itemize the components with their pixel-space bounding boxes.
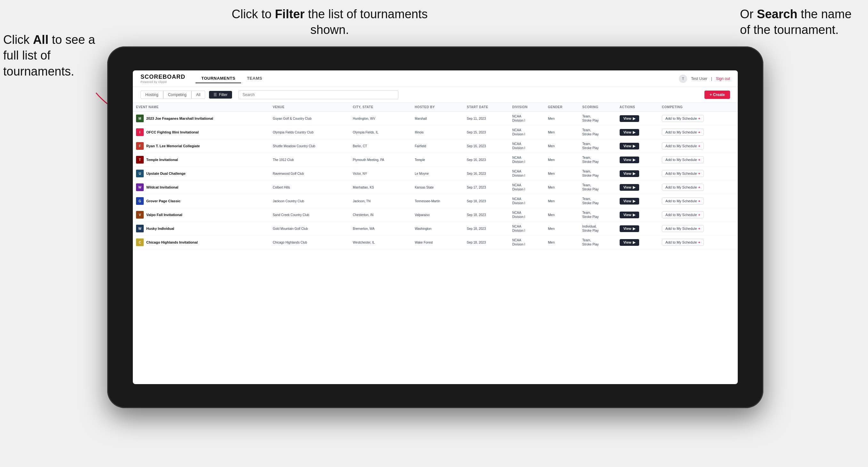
annotation-filter-label: Click to Filter the list of tournaments … xyxy=(218,6,442,38)
td-competing-8: Add to My Schedule + xyxy=(659,208,738,222)
logo-area: SCOREBOARD Powered by clippd xyxy=(141,73,185,84)
plus-icon-1: + xyxy=(699,117,700,120)
td-city-10: Westchester, IL xyxy=(349,236,411,249)
td-competing-4: Add to My Schedule + xyxy=(659,153,738,167)
td-hosted-1: Marshall xyxy=(412,112,464,125)
nav-tab-tournaments[interactable]: TOURNAMENTS xyxy=(195,74,241,83)
add-schedule-button-2[interactable]: Add to My Schedule + xyxy=(662,129,704,136)
td-division-3: NCAADivision I xyxy=(509,139,545,153)
table-body: M 2023 Joe Feaganes Marshall Invitationa… xyxy=(133,112,738,249)
td-venue-8: Sand Creek Country Club xyxy=(270,208,349,222)
col-event-name: EVENT NAME xyxy=(133,103,270,112)
td-hosted-4: Temple xyxy=(412,153,464,167)
td-venue-1: Guyan Golf & Country Club xyxy=(270,112,349,125)
td-division-7: NCAADivision I xyxy=(509,194,545,208)
col-start-date: START DATE xyxy=(463,103,509,112)
td-competing-9: Add to My Schedule + xyxy=(659,222,738,236)
view-button-2[interactable]: View ▶ xyxy=(620,129,639,136)
view-button-3[interactable]: View ▶ xyxy=(620,143,639,150)
col-actions: ACTIONS xyxy=(616,103,659,112)
td-date-7: Sep 18, 2023 xyxy=(463,194,509,208)
td-event-name: F Ryan T. Lee Memorial Collegiate xyxy=(133,139,270,153)
td-city-2: Olympia Fields, IL xyxy=(349,125,411,139)
add-schedule-button-3[interactable]: Add to My Schedule + xyxy=(662,143,704,150)
td-division-1: NCAADivision I xyxy=(509,112,545,125)
nav-tab-teams[interactable]: TEAMS xyxy=(241,74,268,83)
event-name-6: Wildcat Invitational xyxy=(146,185,178,189)
view-eye-icon-10: ▶ xyxy=(633,240,635,245)
view-button-6[interactable]: View ▶ xyxy=(620,184,639,191)
add-schedule-button-7[interactable]: Add to My Schedule + xyxy=(662,197,704,205)
td-hosted-7: Tennessee-Martin xyxy=(412,194,464,208)
team-logo-9: W xyxy=(136,225,144,232)
td-hosted-2: Illinois xyxy=(412,125,464,139)
col-scoring: SCORING xyxy=(579,103,616,112)
add-schedule-button-9[interactable]: Add to My Schedule + xyxy=(662,225,704,232)
view-button-5[interactable]: View ▶ xyxy=(620,170,639,177)
col-venue: VENUE xyxy=(270,103,349,112)
add-schedule-button-6[interactable]: Add to My Schedule + xyxy=(662,184,704,191)
search-box xyxy=(239,90,399,99)
add-schedule-button-10[interactable]: Add to My Schedule + xyxy=(662,239,704,246)
td-city-6: Manhattan, KS xyxy=(349,181,411,194)
view-button-7[interactable]: View ▶ xyxy=(620,198,639,205)
col-division: DIVISION xyxy=(509,103,545,112)
td-gender-8: Men xyxy=(545,208,579,222)
plus-icon-8: + xyxy=(699,213,700,217)
add-schedule-button-4[interactable]: Add to My Schedule + xyxy=(662,156,704,163)
table-row: F Ryan T. Lee Memorial Collegiate Shuttl… xyxy=(133,139,738,153)
td-scoring-5: Team,Stroke Play xyxy=(579,167,616,181)
td-scoring-2: Team,Stroke Play xyxy=(579,125,616,139)
view-button-8[interactable]: View ▶ xyxy=(620,212,639,218)
table-row: T Temple Invitational The 1912 Club Plym… xyxy=(133,153,738,167)
td-scoring-1: Team,Stroke Play xyxy=(579,112,616,125)
view-button-4[interactable]: View ▶ xyxy=(620,157,639,163)
td-division-8: NCAADivision I xyxy=(509,208,545,222)
td-venue-2: Olympia Fields Country Club xyxy=(270,125,349,139)
team-logo-3: F xyxy=(136,142,144,150)
td-venue-4: The 1912 Club xyxy=(270,153,349,167)
tab-all[interactable]: All xyxy=(191,91,205,99)
sign-out-link[interactable]: Sign out xyxy=(716,76,730,81)
create-button[interactable]: + Create xyxy=(705,91,730,99)
filter-button[interactable]: ☰ Filter xyxy=(209,91,232,99)
td-date-8: Sep 18, 2023 xyxy=(463,208,509,222)
event-name-3: Ryan T. Lee Memorial Collegiate xyxy=(146,144,200,148)
search-input[interactable] xyxy=(239,90,399,99)
team-logo-4: T xyxy=(136,156,144,163)
header: SCOREBOARD Powered by clippd TOURNAMENTS… xyxy=(133,70,738,87)
table-header-row: EVENT NAME VENUE CITY, STATE HOSTED BY S… xyxy=(133,103,738,112)
td-city-9: Bremerton, WA xyxy=(349,222,411,236)
user-label: Test User xyxy=(691,76,707,81)
plus-icon-5: + xyxy=(699,172,700,176)
event-name-1: 2023 Joe Feaganes Marshall Invitational xyxy=(146,117,213,120)
view-eye-icon-9: ▶ xyxy=(633,227,635,231)
view-button-1[interactable]: View ▶ xyxy=(620,115,639,122)
tablet-screen: SCOREBOARD Powered by clippd TOURNAMENTS… xyxy=(133,70,738,384)
view-eye-icon-3: ▶ xyxy=(633,144,635,148)
add-schedule-button-5[interactable]: Add to My Schedule + xyxy=(662,170,704,177)
team-logo-6: W xyxy=(136,183,144,191)
td-date-1: Sep 11, 2023 xyxy=(463,112,509,125)
td-scoring-4: Team,Stroke Play xyxy=(579,153,616,167)
td-date-3: Sep 16, 2023 xyxy=(463,139,509,153)
annotation-search-label: Or Search the name of the tournament. xyxy=(740,6,862,38)
td-hosted-9: Washington xyxy=(412,222,464,236)
td-city-8: Chesterton, IN xyxy=(349,208,411,222)
view-button-10[interactable]: View ▶ xyxy=(620,239,639,246)
add-schedule-button-8[interactable]: Add to My Schedule + xyxy=(662,211,704,218)
td-hosted-5: Le Moyne xyxy=(412,167,464,181)
td-division-4: NCAADivision I xyxy=(509,153,545,167)
event-name-7: Grover Page Classic xyxy=(146,199,181,203)
add-schedule-button-1[interactable]: Add to My Schedule + xyxy=(662,115,704,122)
view-button-9[interactable]: View ▶ xyxy=(620,225,639,232)
tab-hosting[interactable]: Hosting xyxy=(141,91,163,99)
team-logo-5: U xyxy=(136,169,144,177)
event-name-2: OFCC Fighting Illini Invitational xyxy=(146,130,199,134)
tab-competing[interactable]: Competing xyxy=(163,91,191,99)
view-eye-icon-6: ▶ xyxy=(633,185,635,189)
tournaments-table: EVENT NAME VENUE CITY, STATE HOSTED BY S… xyxy=(133,103,738,249)
filter-btn-group: Hosting Competing All xyxy=(141,91,205,99)
team-logo-1: M xyxy=(136,115,144,122)
view-eye-icon-4: ▶ xyxy=(633,158,635,162)
